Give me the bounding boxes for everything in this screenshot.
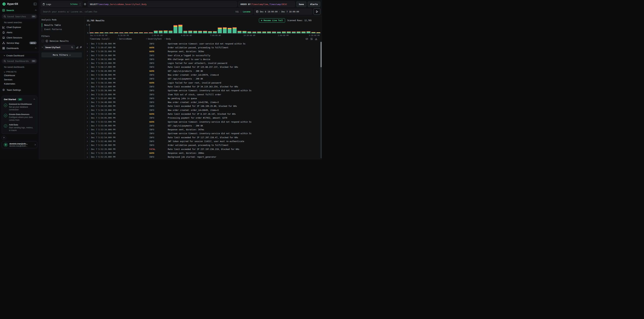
preset-services[interactable]: Services	[0, 77, 39, 82]
download-icon[interactable]	[315, 38, 317, 40]
histogram-bar[interactable]	[154, 31, 158, 33]
expand-row-icon[interactable]	[85, 67, 90, 68]
denoise-results-toggle[interactable]: Denoise Results	[42, 40, 82, 42]
histogram-bar[interactable]	[203, 31, 207, 33]
histogram-bar[interactable]	[238, 31, 242, 33]
histogram-bar[interactable]	[302, 31, 306, 33]
preset-clickhouse[interactable]: ClickHouse	[0, 73, 39, 77]
expand-row-icon[interactable]	[85, 78, 90, 79]
histogram-bar[interactable]	[134, 32, 138, 33]
histogram-bar[interactable]	[218, 27, 222, 33]
histogram-bar[interactable]	[287, 31, 290, 33]
histogram-bar[interactable]	[193, 31, 197, 33]
histogram-bar[interactable]	[169, 31, 172, 33]
histogram-bar[interactable]	[208, 31, 212, 33]
scrollbar-thumb[interactable]	[320, 42, 322, 67]
table-row[interactable]: Dec 7 5:52:54.000 PMINFORate limit excee…	[85, 135, 320, 139]
table-row[interactable]: Dec 7 5:53:53.000 PMWARNUpstream service…	[85, 120, 320, 124]
alerts-button[interactable]: Alerts	[308, 1, 320, 7]
pin-icon[interactable]	[80, 46, 82, 48]
histogram-bar[interactable]	[164, 30, 168, 33]
more-filters-button[interactable]: More filters	[42, 52, 82, 57]
histogram-bar[interactable]	[100, 32, 104, 33]
histogram-bar[interactable]	[252, 31, 256, 33]
table-row[interactable]: Dec 7 5:52:28.000 PMWARNResponse sent, d…	[85, 151, 320, 155]
table-row[interactable]: Dec 7 5:52:25.000 PMINFOBackground job s…	[85, 155, 320, 159]
histogram-bar[interactable]	[95, 32, 98, 33]
create-dashboard-button[interactable]: + Create Dashboard	[0, 52, 39, 58]
table-row[interactable]: Dec 7 5:52:46.000 PMINFOJWT token expire…	[85, 139, 320, 143]
expand-row-icon[interactable]	[85, 121, 90, 122]
table-row[interactable]: Dec 7 5:52:35.000 PMFATALRate limit exce…	[85, 147, 320, 151]
histogram-bar[interactable]	[139, 32, 143, 33]
expand-row-icon[interactable]	[85, 133, 90, 134]
help-button[interactable]: ?	[2, 135, 6, 140]
histogram-bar[interactable]	[198, 31, 202, 33]
select-clause-input[interactable]: SELECT Timestamp,ServiceName,SeverityTex…	[88, 1, 237, 7]
chevron-up-icon[interactable]	[34, 99, 35, 100]
drag-handle-icon[interactable]: ⠿	[164, 38, 166, 40]
expand-row-icon[interactable]	[85, 47, 90, 48]
table-row[interactable]: Dec 7 5:54:43.000 PMINFORate limit excee…	[85, 104, 320, 108]
saved-searches-input[interactable]: Saved Searches ⌘K	[2, 14, 37, 19]
expand-row-icon[interactable]	[85, 149, 90, 150]
denoise-checkbox[interactable]	[42, 40, 44, 42]
expand-row-icon[interactable]	[85, 137, 90, 138]
expand-row-icon[interactable]	[85, 110, 90, 111]
expand-row-icon[interactable]	[85, 74, 90, 75]
column-header-servicename[interactable]: ⠿ServiceName	[117, 38, 146, 40]
column-header-severitytext[interactable]: ⠿SeverityText	[146, 38, 164, 40]
expand-row-icon[interactable]	[85, 94, 90, 95]
drag-handle-icon[interactable]: ⠿	[117, 38, 118, 40]
table-row[interactable]: Dec 7 5:54:48.000 PMINFONew order create…	[85, 100, 320, 104]
expand-row-icon[interactable]	[85, 98, 90, 99]
get-started-step-sources[interactable]: Create Data Sources Configure where your…	[4, 113, 35, 121]
histogram-bar[interactable]	[232, 27, 236, 33]
table-row[interactable]: Dec 7 5:59:47.000 PMWARNOrder validation…	[85, 46, 320, 49]
table-row[interactable]: Dec 7 5:56:12.000 PMINFORate limit excee…	[85, 85, 320, 88]
histogram-bar[interactable]	[248, 31, 251, 33]
get-started-step-add-data[interactable]: Add Data Start sending logs, metrics, or…	[4, 124, 35, 132]
expand-row-icon[interactable]	[85, 118, 90, 119]
save-button[interactable]: Save	[296, 1, 306, 7]
resume-live-tail-button[interactable]: Resume Live Tail	[259, 18, 285, 23]
table-row[interactable]: Dec 7 5:54:05.000 PMINFOProcessing payme…	[85, 116, 320, 120]
severity-facet-box[interactable]: SeverityText	[44, 45, 75, 50]
table-row[interactable]: Dec 7 5:58:17.000 PMINFORate limit excee…	[85, 65, 320, 69]
histogram-bar[interactable]	[184, 31, 187, 33]
histogram-bar[interactable]	[159, 31, 162, 33]
user-menu[interactable]: D dominic.tran@clic... dominic.tran@clic…	[2, 141, 37, 148]
code-view-icon[interactable]	[306, 38, 308, 40]
expand-row-icon[interactable]	[85, 82, 90, 83]
sidebar-item-service-map[interactable]: Service Map BETA	[0, 40, 39, 46]
histogram-bar[interactable]	[312, 32, 315, 33]
sidebar-item-dashboards[interactable]: Dashboards	[0, 46, 39, 51]
sidebar-item-chart-explorer[interactable]: Chart Explorer	[0, 25, 39, 30]
wrap-text-icon[interactable]	[310, 38, 313, 40]
expand-row-icon[interactable]	[85, 129, 90, 130]
histogram-bar[interactable]	[104, 32, 108, 33]
table-row[interactable]: Dec 7 5:52:40.000 PMINFOOrder validation…	[85, 143, 320, 147]
drag-handle-icon[interactable]: ⠿	[146, 38, 147, 40]
histogram-bar[interactable]	[149, 32, 153, 33]
source-settings-gear-icon[interactable]: ⚙	[84, 3, 86, 6]
histogram-bar[interactable]	[114, 32, 118, 33]
sidebar-item-client-sessions[interactable]: Client Sessions	[0, 35, 39, 40]
histogram-bar[interactable]	[174, 25, 177, 33]
table-row[interactable]: Dec 7 5:53:02.000 PMINFOUpstream service…	[85, 132, 320, 135]
order-by-input[interactable]: ORDER BY (TimestampTime, Timestamp) DESC	[238, 1, 295, 7]
table-row[interactable]: Dec 7 5:54:13.000 PMWARNRate limit excee…	[85, 112, 320, 116]
expand-row-icon[interactable]	[85, 141, 90, 142]
preset-kubernetes[interactable]: Kubernetes	[0, 82, 39, 86]
vertical-scrollbar[interactable]	[320, 42, 322, 158]
expand-row-icon[interactable]	[85, 157, 90, 158]
histogram-bar[interactable]	[129, 32, 133, 33]
chevron-right-icon[interactable]	[41, 47, 42, 48]
table-row[interactable]: Dec 7 5:56:48.000 PMINFONew order create…	[85, 73, 320, 77]
expand-row-icon[interactable]	[85, 86, 90, 87]
table-row[interactable]: Dec 7 5:54:19.000 PMINFONew order create…	[85, 108, 320, 112]
run-query-button[interactable]	[314, 8, 320, 15]
histogram-bar[interactable]	[297, 31, 300, 33]
table-row[interactable]: Dec 7 5:56:15.000 PMWARNLogin failed for…	[85, 81, 320, 85]
expand-row-icon[interactable]	[85, 106, 90, 107]
